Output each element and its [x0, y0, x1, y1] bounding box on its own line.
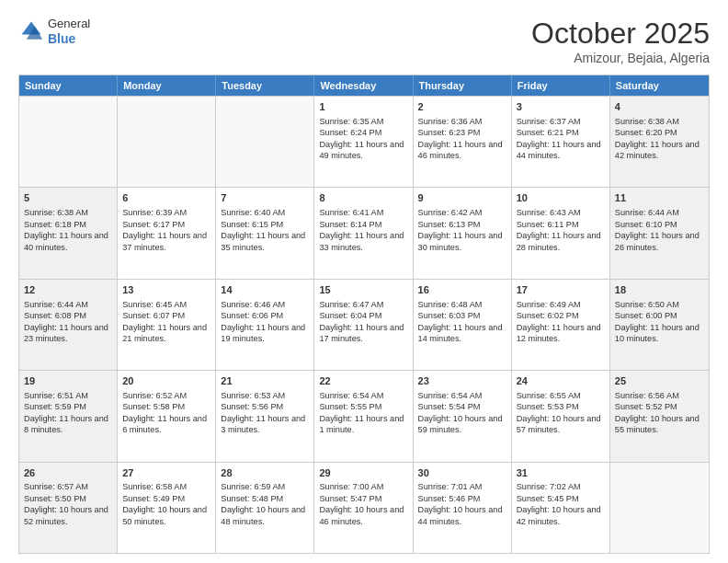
day-info: Sunset: 6:03 PM	[418, 310, 506, 321]
day-info: Daylight: 10 hours and 44 minutes.	[418, 504, 506, 527]
day-info: Sunrise: 6:51 AM	[24, 390, 112, 401]
day-info: Sunset: 5:52 PM	[615, 401, 704, 412]
logo-blue: Blue	[48, 31, 90, 47]
cal-cell: 19Sunrise: 6:51 AMSunset: 5:59 PMDayligh…	[19, 371, 118, 461]
day-info: Sunrise: 6:44 AM	[24, 299, 112, 310]
header-day-wednesday: Wednesday	[314, 75, 413, 96]
day-info: Daylight: 11 hours and 26 minutes.	[615, 230, 704, 253]
calendar-header: SundayMondayTuesdayWednesdayThursdayFrid…	[19, 75, 709, 96]
cal-cell: 14Sunrise: 6:46 AMSunset: 6:06 PMDayligh…	[216, 280, 314, 370]
day-info: Daylight: 10 hours and 57 minutes.	[517, 413, 605, 436]
day-info: Sunrise: 6:48 AM	[418, 299, 506, 310]
day-info: Sunset: 5:50 PM	[24, 493, 112, 504]
day-info: Sunset: 6:08 PM	[24, 310, 112, 321]
day-info: Sunset: 6:23 PM	[418, 127, 506, 138]
day-info: Daylight: 10 hours and 50 minutes.	[122, 504, 210, 527]
logo: General Blue	[18, 17, 90, 46]
day-info: Daylight: 11 hours and 14 minutes.	[418, 322, 506, 345]
calendar-body: 1Sunrise: 6:35 AMSunset: 6:24 PMDaylight…	[19, 96, 709, 553]
logo-general: General	[48, 17, 90, 31]
day-info: Daylight: 11 hours and 3 minutes.	[221, 413, 309, 436]
day-info: Sunrise: 6:54 AM	[319, 390, 407, 401]
day-info: Sunset: 5:53 PM	[517, 401, 605, 412]
day-number: 10	[517, 191, 605, 205]
day-info: Daylight: 11 hours and 21 minutes.	[122, 322, 210, 345]
cal-cell: 27Sunrise: 6:58 AMSunset: 5:49 PMDayligh…	[118, 463, 216, 553]
day-info: Daylight: 10 hours and 55 minutes.	[615, 413, 704, 436]
cal-cell: 8Sunrise: 6:41 AMSunset: 6:14 PMDaylight…	[314, 188, 413, 278]
day-number: 31	[517, 466, 605, 480]
cal-cell: 18Sunrise: 6:50 AMSunset: 6:00 PMDayligh…	[610, 280, 709, 370]
day-number: 1	[319, 100, 407, 114]
cal-row-1: 5Sunrise: 6:38 AMSunset: 6:18 PMDaylight…	[19, 187, 709, 278]
day-info: Sunrise: 6:41 AM	[319, 207, 407, 218]
cal-cell: 28Sunrise: 6:59 AMSunset: 5:48 PMDayligh…	[216, 463, 314, 553]
day-info: Sunset: 6:20 PM	[615, 127, 704, 138]
header-day-friday: Friday	[512, 75, 610, 96]
day-info: Sunset: 6:21 PM	[517, 127, 605, 138]
day-info: Sunrise: 7:01 AM	[418, 481, 506, 492]
month-title: October 2025	[531, 17, 710, 51]
cal-cell: 5Sunrise: 6:38 AMSunset: 6:18 PMDaylight…	[19, 188, 118, 278]
day-number: 29	[319, 466, 407, 480]
header-day-tuesday: Tuesday	[216, 75, 314, 96]
day-info: Daylight: 11 hours and 46 minutes.	[418, 139, 506, 162]
day-number: 9	[418, 191, 506, 205]
logo-icon	[18, 18, 44, 44]
day-info: Sunrise: 6:36 AM	[418, 116, 506, 127]
day-number: 11	[615, 191, 704, 205]
day-info: Sunrise: 6:58 AM	[122, 481, 210, 492]
day-number: 7	[221, 191, 309, 205]
day-info: Sunrise: 6:46 AM	[221, 299, 309, 310]
day-info: Sunrise: 6:49 AM	[517, 299, 605, 310]
day-info: Sunrise: 6:54 AM	[418, 390, 506, 401]
day-info: Daylight: 11 hours and 37 minutes.	[122, 230, 210, 253]
day-info: Sunset: 6:07 PM	[122, 310, 210, 321]
header-day-thursday: Thursday	[414, 75, 512, 96]
day-info: Daylight: 10 hours and 46 minutes.	[319, 504, 407, 527]
day-info: Daylight: 11 hours and 23 minutes.	[24, 322, 112, 345]
day-number: 25	[615, 374, 704, 388]
day-number: 28	[221, 466, 309, 480]
header-day-monday: Monday	[118, 75, 216, 96]
cal-cell: 17Sunrise: 6:49 AMSunset: 6:02 PMDayligh…	[512, 280, 610, 370]
title-block: October 2025 Amizour, Bejaia, Algeria	[531, 17, 710, 65]
day-info: Daylight: 10 hours and 42 minutes.	[517, 504, 605, 527]
cal-cell: 29Sunrise: 7:00 AMSunset: 5:47 PMDayligh…	[314, 463, 413, 553]
day-info: Sunrise: 6:53 AM	[221, 390, 309, 401]
day-info: Sunset: 6:02 PM	[517, 310, 605, 321]
day-info: Sunrise: 7:00 AM	[319, 481, 407, 492]
day-info: Sunset: 5:54 PM	[418, 401, 506, 412]
day-number: 23	[418, 374, 506, 388]
location-subtitle: Amizour, Bejaia, Algeria	[531, 51, 710, 65]
day-number: 5	[24, 191, 112, 205]
day-info: Sunrise: 6:57 AM	[24, 481, 112, 492]
day-info: Sunset: 6:04 PM	[319, 310, 407, 321]
cal-cell: 13Sunrise: 6:45 AMSunset: 6:07 PMDayligh…	[118, 280, 216, 370]
day-info: Sunrise: 6:43 AM	[517, 207, 605, 218]
day-number: 2	[418, 100, 506, 114]
page: General Blue October 2025 Amizour, Bejai…	[0, 0, 728, 563]
day-info: Sunset: 6:15 PM	[221, 219, 309, 230]
day-number: 27	[122, 466, 210, 480]
cal-cell: 15Sunrise: 6:47 AMSunset: 6:04 PMDayligh…	[314, 280, 413, 370]
day-info: Sunrise: 6:40 AM	[221, 207, 309, 218]
cal-cell: 1Sunrise: 6:35 AMSunset: 6:24 PMDaylight…	[314, 97, 413, 187]
cal-cell: 10Sunrise: 6:43 AMSunset: 6:11 PMDayligh…	[512, 188, 610, 278]
day-info: Sunrise: 7:02 AM	[517, 481, 605, 492]
cal-cell: 2Sunrise: 6:36 AMSunset: 6:23 PMDaylight…	[414, 97, 512, 187]
day-number: 30	[418, 466, 506, 480]
day-info: Daylight: 11 hours and 35 minutes.	[221, 230, 309, 253]
day-info: Daylight: 10 hours and 52 minutes.	[24, 504, 112, 527]
calendar: SundayMondayTuesdayWednesdayThursdayFrid…	[18, 75, 710, 554]
day-info: Daylight: 10 hours and 48 minutes.	[221, 504, 309, 527]
day-number: 14	[221, 283, 309, 297]
day-info: Sunrise: 6:37 AM	[517, 116, 605, 127]
day-info: Sunset: 6:11 PM	[517, 219, 605, 230]
day-number: 24	[517, 374, 605, 388]
cal-cell: 3Sunrise: 6:37 AMSunset: 6:21 PMDaylight…	[512, 97, 610, 187]
day-info: Daylight: 11 hours and 19 minutes.	[221, 322, 309, 345]
logo-text: General Blue	[48, 17, 90, 46]
day-number: 17	[517, 283, 605, 297]
day-info: Sunset: 5:46 PM	[418, 493, 506, 504]
